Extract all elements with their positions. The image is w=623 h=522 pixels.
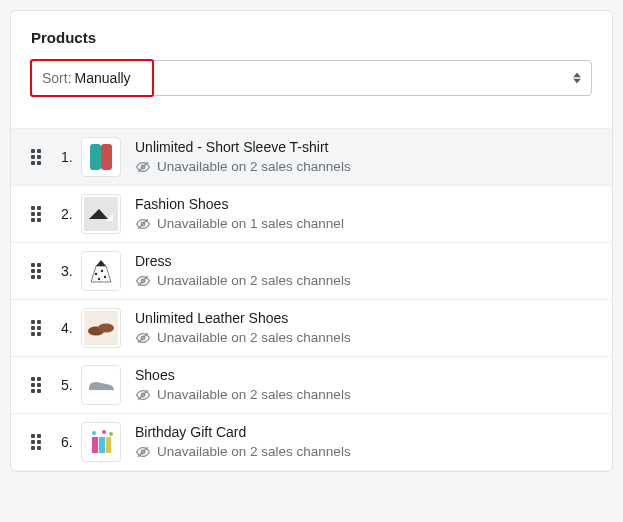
card-body: Products Sort: Manually xyxy=(11,11,612,106)
row-number: 4. xyxy=(45,320,81,336)
select-caret-icon xyxy=(573,73,581,84)
sort-select[interactable]: Sort: Manually xyxy=(31,60,592,96)
eye-off-icon xyxy=(135,159,151,175)
row-number: 3. xyxy=(45,263,81,279)
product-status: Unavailable on 1 sales channel xyxy=(135,215,344,233)
status-text: Unavailable on 2 sales channels xyxy=(157,158,351,176)
eye-off-icon xyxy=(135,273,151,289)
status-text: Unavailable on 1 sales channel xyxy=(157,215,344,233)
product-row[interactable]: 2. Fashion Shoes Unavailable on 1 sales … xyxy=(11,185,612,242)
product-thumbnail xyxy=(81,308,121,348)
svg-rect-18 xyxy=(89,390,114,393)
svg-point-25 xyxy=(102,430,106,434)
drag-handle-icon[interactable] xyxy=(31,149,45,165)
status-text: Unavailable on 2 sales channels xyxy=(157,272,351,290)
product-thumbnail xyxy=(81,137,121,177)
drag-handle-icon[interactable] xyxy=(31,377,45,393)
svg-rect-1 xyxy=(101,144,112,170)
svg-rect-21 xyxy=(92,437,98,453)
row-text: Unlimited Leather Shoes Unavailable on 2… xyxy=(121,309,351,347)
product-thumbnail xyxy=(81,365,121,405)
product-title: Unlimited - Short Sleeve T-shirt xyxy=(135,138,351,157)
row-number: 5. xyxy=(45,377,81,393)
product-status: Unavailable on 2 sales channels xyxy=(135,443,351,461)
products-card: Products Sort: Manually 1. Unlimited - S… xyxy=(10,10,613,472)
product-row[interactable]: 3. Dress Unavailable on 2 sales channels xyxy=(11,242,612,299)
product-thumbnail xyxy=(81,422,121,462)
svg-point-24 xyxy=(92,431,96,435)
section-title: Products xyxy=(31,29,592,46)
product-title: Fashion Shoes xyxy=(135,195,344,214)
svg-point-9 xyxy=(104,276,106,278)
eye-off-icon xyxy=(135,444,151,460)
product-title: Shoes xyxy=(135,366,351,385)
svg-point-26 xyxy=(109,432,113,436)
svg-rect-23 xyxy=(106,437,111,453)
row-number: 2. xyxy=(45,206,81,222)
product-row[interactable]: 5. Shoes Unavailable on 2 sales channels xyxy=(11,356,612,413)
svg-rect-22 xyxy=(99,437,105,453)
row-number: 6. xyxy=(45,434,81,450)
product-list: 1. Unlimited - Short Sleeve T-shirt Unav… xyxy=(11,128,612,471)
product-title: Unlimited Leather Shoes xyxy=(135,309,351,328)
row-text: Unlimited - Short Sleeve T-shirt Unavail… xyxy=(121,138,351,176)
product-title: Dress xyxy=(135,252,351,271)
product-title: Birthday Gift Card xyxy=(135,423,351,442)
row-text: Fashion Shoes Unavailable on 1 sales cha… xyxy=(121,195,344,233)
sort-label: Sort: xyxy=(42,70,72,86)
eye-off-icon xyxy=(135,216,151,232)
svg-point-7 xyxy=(95,273,97,275)
eye-off-icon xyxy=(135,387,151,403)
product-status: Unavailable on 2 sales channels xyxy=(135,158,351,176)
svg-point-15 xyxy=(98,324,114,333)
drag-handle-icon[interactable] xyxy=(31,263,45,279)
status-text: Unavailable on 2 sales channels xyxy=(157,443,351,461)
product-status: Unavailable on 2 sales channels xyxy=(135,272,351,290)
product-status: Unavailable on 2 sales channels xyxy=(135,386,351,404)
status-text: Unavailable on 2 sales channels xyxy=(157,329,351,347)
sort-value: Manually xyxy=(75,70,131,86)
status-text: Unavailable on 2 sales channels xyxy=(157,386,351,404)
row-text: Dress Unavailable on 2 sales channels xyxy=(121,252,351,290)
drag-handle-icon[interactable] xyxy=(31,320,45,336)
product-row[interactable]: 1. Unlimited - Short Sleeve T-shirt Unav… xyxy=(11,128,612,185)
row-text: Birthday Gift Card Unavailable on 2 sale… xyxy=(121,423,351,461)
svg-rect-0 xyxy=(90,144,101,170)
product-status: Unavailable on 2 sales channels xyxy=(135,329,351,347)
product-thumbnail xyxy=(81,194,121,234)
drag-handle-icon[interactable] xyxy=(31,434,45,450)
drag-handle-icon[interactable] xyxy=(31,206,45,222)
row-text: Shoes Unavailable on 2 sales channels xyxy=(121,366,351,404)
product-thumbnail xyxy=(81,251,121,291)
eye-off-icon xyxy=(135,330,151,346)
svg-point-10 xyxy=(98,278,100,280)
row-number: 1. xyxy=(45,149,81,165)
svg-point-8 xyxy=(101,270,103,272)
product-row[interactable]: 6. Birthday Gift Card Unavailable on 2 s… xyxy=(11,413,612,471)
product-row[interactable]: 4. Unlimited Leather Shoes Unavailable o… xyxy=(11,299,612,356)
